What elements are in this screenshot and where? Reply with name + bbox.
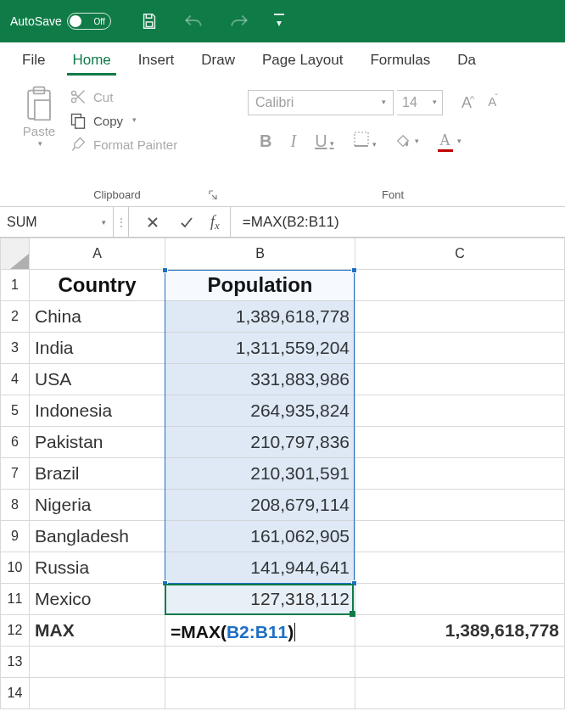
- cell[interactable]: India: [30, 333, 165, 364]
- dialog-launcher-icon[interactable]: [207, 189, 219, 201]
- cell[interactable]: Bangladesh: [30, 521, 165, 552]
- cell[interactable]: [355, 395, 565, 427]
- cell[interactable]: Brazil: [30, 458, 165, 490]
- insert-function-button[interactable]: fx: [204, 213, 227, 231]
- cell[interactable]: USA: [30, 364, 165, 395]
- row-header[interactable]: 2: [1, 301, 30, 333]
- cell[interactable]: [355, 333, 565, 364]
- tab-formulas[interactable]: Formulas: [356, 42, 444, 78]
- chevron-down-icon: ▾: [330, 139, 334, 148]
- tab-page-layout[interactable]: Page Layout: [249, 42, 356, 78]
- cell[interactable]: [355, 490, 565, 521]
- cancel-button[interactable]: [136, 207, 170, 238]
- bold-button[interactable]: B: [260, 132, 271, 151]
- cell[interactable]: [165, 678, 355, 709]
- cell[interactable]: [355, 552, 565, 584]
- italic-button[interactable]: I: [290, 132, 296, 151]
- paintbrush-icon: [70, 136, 87, 153]
- decrease-font-size-button[interactable]: Aˇ: [488, 94, 500, 112]
- cell[interactable]: [355, 301, 565, 333]
- cell[interactable]: Population: [165, 270, 355, 301]
- cell[interactable]: [355, 647, 565, 678]
- active-cell[interactable]: =MAX(B2:B11): [165, 615, 355, 647]
- cell[interactable]: Nigeria: [30, 490, 165, 521]
- tab-home[interactable]: Home: [59, 42, 124, 78]
- cell[interactable]: 208,679,114: [165, 490, 355, 521]
- undo-icon[interactable]: [182, 12, 204, 31]
- row-header[interactable]: 7: [1, 458, 30, 490]
- row-header[interactable]: 6: [1, 427, 30, 458]
- cell[interactable]: 127,318,112: [165, 584, 355, 615]
- enter-button[interactable]: [170, 207, 204, 238]
- cell[interactable]: [355, 584, 565, 615]
- cell[interactable]: 331,883,986: [165, 364, 355, 395]
- row-header[interactable]: 1: [1, 270, 30, 301]
- format-painter-label: Format Painter: [93, 137, 177, 152]
- row-header[interactable]: 4: [1, 364, 30, 395]
- cell[interactable]: 1,311,559,204: [165, 333, 355, 364]
- borders-button[interactable]: ▾: [353, 131, 377, 152]
- cell[interactable]: 1,389,618,778: [165, 301, 355, 333]
- column-header-b[interactable]: B: [165, 238, 355, 270]
- paste-button[interactable]: Paste ▾: [12, 85, 66, 148]
- cell[interactable]: [355, 521, 565, 552]
- row-header[interactable]: 9: [1, 521, 30, 552]
- fill-color-button[interactable]: ▾: [395, 134, 419, 149]
- cell[interactable]: [355, 270, 565, 301]
- cell[interactable]: [355, 458, 565, 490]
- row-header[interactable]: 13: [1, 647, 30, 678]
- column-header-a[interactable]: A: [30, 238, 165, 270]
- font-size-combo[interactable]: 14 ▾: [397, 90, 443, 115]
- formula-bar-buttons: fx: [129, 207, 231, 237]
- cell[interactable]: 161,062,905: [165, 521, 355, 552]
- cell[interactable]: 264,935,824: [165, 395, 355, 427]
- underline-button[interactable]: U▾: [315, 132, 333, 151]
- save-icon[interactable]: [140, 12, 159, 31]
- cell[interactable]: [355, 364, 565, 395]
- formula-bar[interactable]: =MAX(B2:B11): [231, 207, 565, 237]
- cell[interactable]: [355, 678, 565, 709]
- customize-qat-icon[interactable]: ▾: [274, 14, 284, 29]
- cell[interactable]: [30, 678, 165, 709]
- row-header[interactable]: 12: [1, 615, 30, 647]
- format-painter-button[interactable]: Format Painter: [70, 136, 177, 153]
- cell[interactable]: Pakistan: [30, 427, 165, 458]
- cut-button[interactable]: Cut: [70, 88, 177, 105]
- column-header-c[interactable]: C: [355, 238, 565, 270]
- row-header[interactable]: 11: [1, 584, 30, 615]
- font-color-button[interactable]: A ▾: [438, 132, 462, 152]
- cell[interactable]: 1,389,618,778: [355, 615, 565, 647]
- cell[interactable]: 141,944,641: [165, 552, 355, 584]
- cell[interactable]: [30, 647, 165, 678]
- cell[interactable]: MAX: [30, 615, 165, 647]
- row-header[interactable]: 8: [1, 490, 30, 521]
- cell[interactable]: China: [30, 301, 165, 333]
- tab-data[interactable]: Da: [444, 42, 489, 78]
- cell[interactable]: 210,301,591: [165, 458, 355, 490]
- ribbon: Paste ▾ Cut: [0, 78, 565, 207]
- worksheet-grid[interactable]: A B C 1 Country Population 2 China 1,389…: [0, 238, 565, 709]
- row-header[interactable]: 10: [1, 552, 30, 584]
- copy-button[interactable]: Copy ▾: [70, 112, 177, 129]
- row-header[interactable]: 5: [1, 395, 30, 427]
- tab-file[interactable]: File: [8, 42, 59, 78]
- autosave-toggle[interactable]: Off: [67, 13, 111, 30]
- cell[interactable]: [165, 647, 355, 678]
- redo-icon[interactable]: [228, 12, 250, 31]
- autosave-control[interactable]: AutoSave Off: [10, 13, 111, 30]
- name-box[interactable]: SUM ▾: [0, 207, 114, 237]
- select-all-corner[interactable]: [1, 238, 30, 270]
- increase-font-size-button[interactable]: A^: [462, 94, 476, 112]
- cell[interactable]: 210,797,836: [165, 427, 355, 458]
- cell[interactable]: Russia: [30, 552, 165, 584]
- expand-name-box-icon[interactable]: ⋮: [116, 216, 126, 228]
- cell[interactable]: Indonesia: [30, 395, 165, 427]
- cell[interactable]: [355, 427, 565, 458]
- cell[interactable]: Mexico: [30, 584, 165, 615]
- row-header[interactable]: 14: [1, 678, 30, 709]
- row-header[interactable]: 3: [1, 333, 30, 364]
- tab-draw[interactable]: Draw: [187, 42, 249, 78]
- font-name-combo[interactable]: Calibri ▾: [248, 90, 394, 115]
- cell[interactable]: Country: [30, 270, 165, 301]
- tab-insert[interactable]: Insert: [125, 42, 188, 78]
